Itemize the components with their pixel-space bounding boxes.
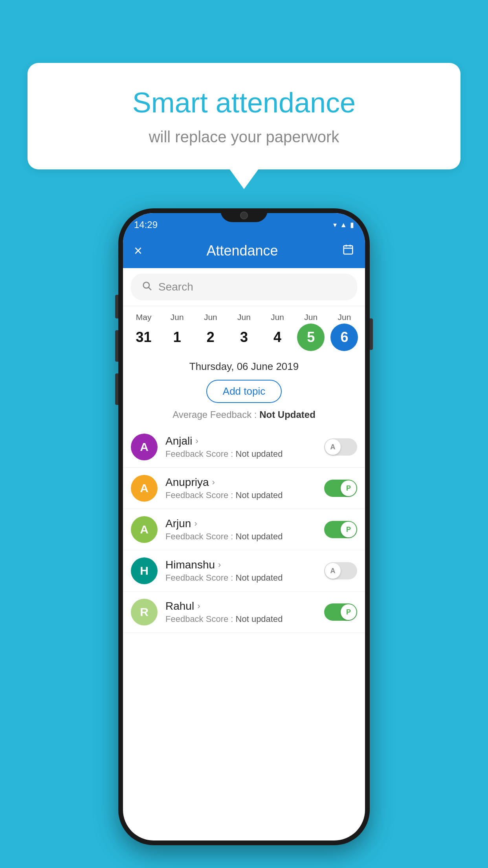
add-topic-button[interactable]: Add topic [206,380,282,403]
calendar-icon[interactable] [342,244,354,258]
feedback-value: Not updated [236,531,283,541]
student-avatar: A [131,516,158,543]
speech-bubble: Smart attendance will replace your paper… [28,63,460,169]
student-item[interactable]: AArjun ›Feedback Score : Not updated P [123,509,365,550]
feedback-value: Not updated [236,614,283,624]
date-day: 5 [297,324,325,351]
speech-bubble-container: Smart attendance will replace your paper… [28,63,460,169]
attendance-toggle[interactable]: A [324,562,357,579]
phone-mockup: 14:29 ▾ ▲ ▮ × Attendance [118,208,370,845]
header-title: Attendance [142,243,342,259]
wifi-icon: ▾ [333,221,337,229]
feedback-value: Not updated [236,449,283,459]
chevron-icon: › [218,560,221,570]
student-feedback: Feedback Score : Not updated [165,573,324,583]
student-info: Himanshu ›Feedback Score : Not updated [165,559,324,583]
attendance-toggle[interactable]: P [324,603,357,621]
phone-camera [240,211,248,219]
volume-mute-button [115,295,118,318]
search-placeholder: Search [158,281,193,293]
students-list: AAnjali ›Feedback Score : Not updated A … [123,427,365,633]
attendance-toggle[interactable]: A [324,438,357,456]
search-bar[interactable]: Search [131,274,357,300]
toggle-off[interactable]: A [324,438,357,456]
student-item[interactable]: RRahul ›Feedback Score : Not updated P [123,592,365,633]
date-strip: May31Jun1Jun2Jun3Jun4Jun5Jun6 [123,306,365,351]
toggle-knob: P [341,480,356,496]
close-button[interactable]: × [134,243,142,259]
toggle-knob: P [341,604,356,620]
toggle-on[interactable]: P [324,603,357,621]
date-item-3[interactable]: Jun3 [228,313,260,351]
svg-rect-0 [344,246,353,254]
feedback-value: Not updated [236,490,283,500]
student-name: Rahul › [165,600,324,612]
student-info: Arjun ›Feedback Score : Not updated [165,517,324,542]
chevron-icon: › [194,519,197,529]
svg-point-4 [143,282,149,288]
date-month: Jun [338,313,351,322]
student-item[interactable]: AAnjali ›Feedback Score : Not updated A [123,427,365,468]
student-avatar: H [131,557,158,584]
volume-down-button [115,373,118,405]
student-name: Anupriya › [165,476,324,489]
toggle-on[interactable]: P [324,480,357,497]
student-feedback: Feedback Score : Not updated [165,614,324,624]
student-name: Himanshu › [165,559,324,571]
avg-feedback-value: Not Updated [259,409,316,420]
app-header: × Attendance [123,234,365,268]
toggle-on[interactable]: P [324,521,357,538]
date-month: Jun [304,313,317,322]
student-avatar: R [131,599,158,625]
date-day: 2 [197,324,224,351]
toggle-knob: A [325,439,341,455]
date-item-1[interactable]: Jun1 [161,313,193,351]
attendance-toggle[interactable]: P [324,521,357,538]
date-day: 3 [230,324,258,351]
avg-feedback-label: Average Feedback : [172,409,257,420]
date-item-0[interactable]: May31 [128,313,160,351]
toggle-off[interactable]: A [324,562,357,579]
date-item-2[interactable]: Jun2 [195,313,226,351]
search-container: Search [123,268,365,306]
student-info: Rahul ›Feedback Score : Not updated [165,600,324,624]
status-time: 14:29 [134,219,158,230]
date-month: Jun [271,313,284,322]
date-item-5[interactable]: Jun5 [295,313,327,351]
attendance-toggle[interactable]: P [324,480,357,497]
volume-up-button [115,330,118,362]
feedback-value: Not updated [236,573,283,583]
student-info: Anjali ›Feedback Score : Not updated [165,435,324,459]
phone-notch [220,208,268,222]
selected-date-area: Thursday, 06 June 2019 Add topic Average… [123,351,365,427]
student-item[interactable]: AAnupriya ›Feedback Score : Not updated … [123,468,365,509]
date-item-4[interactable]: Jun4 [262,313,293,351]
toggle-knob: A [325,563,341,579]
status-icons: ▾ ▲ ▮ [333,221,354,229]
chevron-icon: › [195,436,198,446]
student-name: Anjali › [165,435,324,447]
date-day: 6 [330,324,358,351]
date-day: 31 [130,324,158,351]
speech-bubble-title: Smart attendance [59,86,429,119]
student-avatar: A [131,434,158,460]
student-feedback: Feedback Score : Not updated [165,490,324,500]
date-month: Jun [204,313,217,322]
student-feedback: Feedback Score : Not updated [165,531,324,542]
selected-date-text: Thursday, 06 June 2019 [131,360,357,373]
student-name: Arjun › [165,517,324,530]
battery-icon: ▮ [350,221,354,229]
chevron-icon: › [212,477,215,487]
toggle-knob: P [341,522,356,537]
signal-icon: ▲ [340,221,347,229]
date-day: 1 [163,324,191,351]
power-button [370,318,373,350]
phone-screen: 14:29 ▾ ▲ ▮ × Attendance [123,213,365,840]
date-item-6[interactable]: Jun6 [328,313,360,351]
avg-feedback: Average Feedback : Not Updated [131,409,357,420]
student-avatar: A [131,475,158,502]
student-item[interactable]: HHimanshu ›Feedback Score : Not updated … [123,550,365,592]
date-month: Jun [237,313,251,322]
date-month: Jun [171,313,184,322]
speech-bubble-subtitle: will replace your paperwork [59,128,429,146]
